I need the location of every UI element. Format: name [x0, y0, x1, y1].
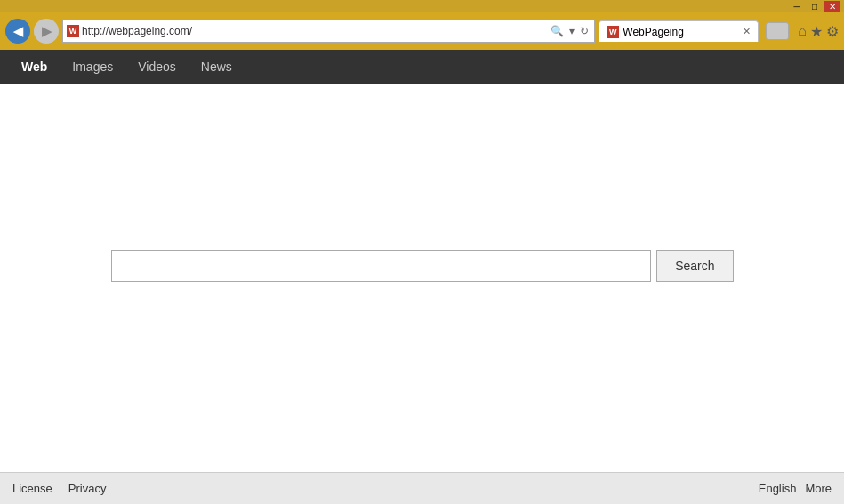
nav-tab-web[interactable]: Web [9, 52, 60, 81]
search-button[interactable]: Search [656, 250, 733, 282]
maximize-button[interactable]: □ [807, 1, 823, 12]
main-content: Search [0, 84, 844, 447]
tab-title: WebPageing [623, 26, 739, 38]
footer: License Privacy English More [0, 472, 844, 504]
privacy-link[interactable]: Privacy [68, 482, 107, 495]
nav-tab-news[interactable]: News [189, 52, 245, 81]
nav-tab-images[interactable]: Images [60, 52, 125, 81]
search-area: Search [111, 250, 734, 282]
search-input[interactable] [111, 250, 652, 282]
footer-right-links: English More [759, 482, 832, 495]
site-favicon: W [67, 25, 79, 37]
license-link[interactable]: License [12, 482, 52, 495]
dropdown-address-icon[interactable]: ▾ [567, 25, 576, 37]
search-address-icon[interactable]: 🔍 [549, 25, 566, 37]
browser-chrome: ◀ ▶ W 🔍 ▾ ↻ W WebPageing ✕ ⌂ ★ ⚙ [0, 12, 844, 50]
tab-close-button[interactable]: ✕ [743, 26, 751, 37]
home-icon[interactable]: ⌂ [798, 23, 807, 40]
tab-favicon: W [607, 26, 619, 38]
forward-button[interactable]: ▶ [34, 19, 59, 44]
toolbar-right-icons: ⌂ ★ ⚙ [798, 23, 839, 40]
close-button[interactable]: ✕ [824, 1, 840, 12]
favorites-icon[interactable]: ★ [810, 23, 823, 40]
footer-left-links: License Privacy [12, 482, 106, 495]
address-bar: W 🔍 ▾ ↻ [62, 20, 595, 43]
back-button[interactable]: ◀ [5, 19, 30, 44]
titlebar: ─ □ ✕ [0, 0, 844, 12]
more-link[interactable]: More [805, 482, 832, 495]
address-input[interactable] [82, 25, 546, 37]
nav-tabs: Web Images Videos News [0, 50, 844, 84]
language-link[interactable]: English [759, 482, 797, 495]
address-icons: 🔍 ▾ ↻ [549, 25, 591, 37]
new-tab-button[interactable] [766, 22, 789, 40]
minimize-button[interactable]: ─ [789, 1, 805, 12]
refresh-icon[interactable]: ↻ [578, 25, 591, 37]
browser-toolbar: ◀ ▶ W 🔍 ▾ ↻ W WebPageing ✕ ⌂ ★ ⚙ [0, 12, 844, 50]
settings-icon[interactable]: ⚙ [826, 23, 839, 40]
nav-tab-videos[interactable]: Videos [125, 52, 189, 81]
browser-tab[interactable]: W WebPageing ✕ [599, 20, 759, 42]
